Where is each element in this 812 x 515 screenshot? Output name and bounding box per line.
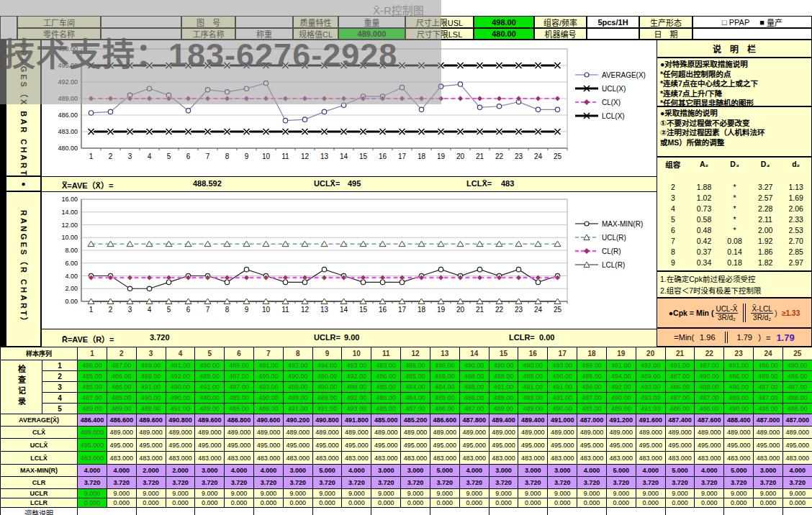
summary-value-cell[interactable]: 9.000 bbox=[166, 489, 195, 498]
summary-value-cell[interactable]: 3.720 bbox=[401, 477, 430, 489]
summary-value-cell[interactable]: 489.400 bbox=[489, 414, 518, 427]
summary-value-cell[interactable]: 9.000 bbox=[195, 489, 225, 498]
measurement-cell[interactable]: 485.00 bbox=[401, 371, 430, 382]
measurement-cell[interactable]: 485.00 bbox=[577, 404, 607, 414]
summary-value-cell[interactable]: 495.000 bbox=[724, 439, 754, 452]
summary-value-cell[interactable]: 9.000 bbox=[636, 489, 665, 498]
summary-value-cell[interactable]: 2.000 bbox=[136, 465, 166, 477]
summary-value-cell[interactable]: 495.000 bbox=[225, 439, 254, 452]
summary-value-cell[interactable]: 483.000 bbox=[754, 452, 783, 465]
summary-value-cell[interactable]: 486.800 bbox=[225, 414, 254, 427]
summary-value-cell[interactable]: 9.000 bbox=[606, 489, 636, 498]
summary-value-cell[interactable]: 489.000 bbox=[283, 427, 312, 439]
measurement-cell[interactable]: 486.00 bbox=[225, 404, 254, 414]
measurement-cell[interactable]: 486.00 bbox=[665, 404, 695, 414]
measurement-cell[interactable]: 489.00 bbox=[342, 382, 371, 393]
summary-value-cell[interactable]: 3.000 bbox=[518, 465, 548, 477]
measurement-cell[interactable]: 491.00 bbox=[166, 404, 195, 414]
summary-value-cell[interactable]: 4.000 bbox=[459, 465, 489, 477]
summary-value-cell[interactable]: 3.720 bbox=[107, 477, 136, 489]
measurement-cell[interactable]: 489.00 bbox=[754, 371, 783, 382]
measurement-cell[interactable]: 489.00 bbox=[430, 393, 459, 404]
measurement-cell[interactable]: 494.00 bbox=[606, 371, 636, 382]
summary-value-cell[interactable]: 495.000 bbox=[459, 439, 489, 452]
summary-value-cell[interactable]: 9.000 bbox=[665, 489, 695, 498]
summary-value-cell[interactable]: 5.000 bbox=[724, 465, 754, 477]
summary-value-cell[interactable]: 3.720 bbox=[195, 477, 225, 489]
summary-value-cell[interactable]: 4.000 bbox=[342, 465, 371, 477]
summary-value-cell[interactable]: 9.000 bbox=[782, 489, 812, 498]
measurement-cell[interactable]: 491.00 bbox=[283, 404, 312, 414]
summary-value-cell[interactable]: 483.000 bbox=[459, 452, 489, 465]
measurement-cell[interactable]: 487.00 bbox=[695, 360, 724, 371]
summary-value-cell[interactable]: 0.000 bbox=[754, 498, 783, 508]
measurement-cell[interactable]: 489.00 bbox=[195, 404, 225, 414]
summary-value-cell[interactable]: 483.000 bbox=[695, 452, 724, 465]
measurement-cell[interactable]: 491.00 bbox=[606, 360, 636, 371]
measurement-cell[interactable]: 485.00 bbox=[371, 404, 401, 414]
measurement-cell[interactable]: 484.00 bbox=[401, 393, 430, 404]
summary-value-cell[interactable]: 495.000 bbox=[606, 439, 636, 452]
measurement-cell[interactable]: 489.00 bbox=[606, 404, 636, 414]
measurement-cell[interactable]: 488.00 bbox=[695, 382, 724, 393]
summary-value-cell[interactable]: 489.000 bbox=[782, 427, 812, 439]
summary-value-cell[interactable]: 9.000 bbox=[518, 489, 548, 498]
measurement-cell[interactable]: 491.00 bbox=[136, 382, 166, 393]
header-cell[interactable] bbox=[587, 28, 639, 40]
summary-value-cell[interactable]: 495.000 bbox=[401, 439, 430, 452]
measurement-cell[interactable]: 488.00 bbox=[489, 371, 518, 382]
measurement-cell[interactable]: 492.00 bbox=[606, 382, 636, 393]
measurement-cell[interactable]: 491.00 bbox=[548, 382, 577, 393]
measurement-cell[interactable]: 490.00 bbox=[724, 404, 754, 414]
summary-value-cell[interactable]: 9.000 bbox=[577, 489, 607, 498]
summary-value-cell[interactable]: 3.720 bbox=[724, 477, 754, 489]
summary-value-cell[interactable]: 9.000 bbox=[107, 489, 136, 498]
summary-value-cell[interactable]: 3.000 bbox=[401, 465, 430, 477]
header-cell[interactable] bbox=[693, 28, 812, 40]
summary-value-cell[interactable]: 3.000 bbox=[489, 465, 518, 477]
measurement-cell[interactable]: 486.00 bbox=[430, 404, 459, 414]
measurement-cell[interactable]: 487.00 bbox=[401, 404, 430, 414]
summary-value-cell[interactable]: 9.000 bbox=[754, 489, 783, 498]
summary-value-cell[interactable]: 485.200 bbox=[401, 414, 430, 427]
measurement-cell[interactable]: 493.00 bbox=[636, 382, 665, 393]
summary-value-cell[interactable]: 5.000 bbox=[665, 465, 695, 477]
measurement-cell[interactable]: 491.00 bbox=[724, 360, 754, 371]
summary-value-cell[interactable]: 486.400 bbox=[78, 414, 107, 427]
summary-value-cell[interactable]: 9.000 bbox=[78, 489, 107, 498]
summary-value-cell[interactable]: 0.000 bbox=[430, 498, 459, 508]
summary-value-cell[interactable]: 487.600 bbox=[695, 414, 724, 427]
summary-value-cell[interactable]: 489.000 bbox=[548, 427, 577, 439]
summary-value-cell[interactable]: 495.000 bbox=[430, 439, 459, 452]
summary-value-cell[interactable]: 489.000 bbox=[754, 427, 783, 439]
summary-value-cell[interactable]: 9.000 bbox=[548, 489, 577, 498]
summary-value-cell[interactable]: 483.000 bbox=[342, 452, 371, 465]
measurement-cell[interactable]: 490.00 bbox=[548, 404, 577, 414]
summary-value-cell[interactable]: 0.000 bbox=[665, 498, 695, 508]
measurement-cell[interactable]: 490.00 bbox=[283, 371, 312, 382]
adjustment-note-cell[interactable] bbox=[430, 508, 489, 515]
summary-value-cell[interactable]: 495.000 bbox=[253, 439, 283, 452]
summary-value-cell[interactable]: 495.000 bbox=[283, 439, 312, 452]
measurement-cell[interactable]: 485.00 bbox=[225, 393, 254, 404]
measurement-cell[interactable]: 490.00 bbox=[253, 371, 283, 382]
summary-value-cell[interactable]: 491.200 bbox=[606, 414, 636, 427]
summary-value-cell[interactable]: 483.000 bbox=[636, 452, 665, 465]
summary-value-cell[interactable]: 495.000 bbox=[695, 439, 724, 452]
measurement-cell[interactable]: 490.00 bbox=[489, 360, 518, 371]
summary-value-cell[interactable]: 9.000 bbox=[489, 489, 518, 498]
summary-value-cell[interactable]: 490.800 bbox=[312, 414, 342, 427]
adjustment-note-cell[interactable] bbox=[548, 508, 607, 515]
measurement-cell[interactable]: 490.00 bbox=[312, 371, 342, 382]
summary-value-cell[interactable]: 489.000 bbox=[253, 427, 283, 439]
summary-value-cell[interactable]: 489.000 bbox=[606, 427, 636, 439]
summary-value-cell[interactable]: 4.000 bbox=[695, 465, 724, 477]
summary-value-cell[interactable]: 485.000 bbox=[371, 414, 401, 427]
summary-value-cell[interactable]: 490.600 bbox=[253, 414, 283, 427]
summary-value-cell[interactable]: 483.000 bbox=[665, 452, 695, 465]
measurement-cell[interactable]: 490.00 bbox=[195, 393, 225, 404]
summary-value-cell[interactable]: 0.000 bbox=[577, 498, 607, 508]
measurement-cell[interactable]: 492.00 bbox=[636, 360, 665, 371]
summary-value-cell[interactable]: 0.000 bbox=[636, 498, 665, 508]
measurement-cell[interactable]: 489.00 bbox=[136, 360, 166, 371]
